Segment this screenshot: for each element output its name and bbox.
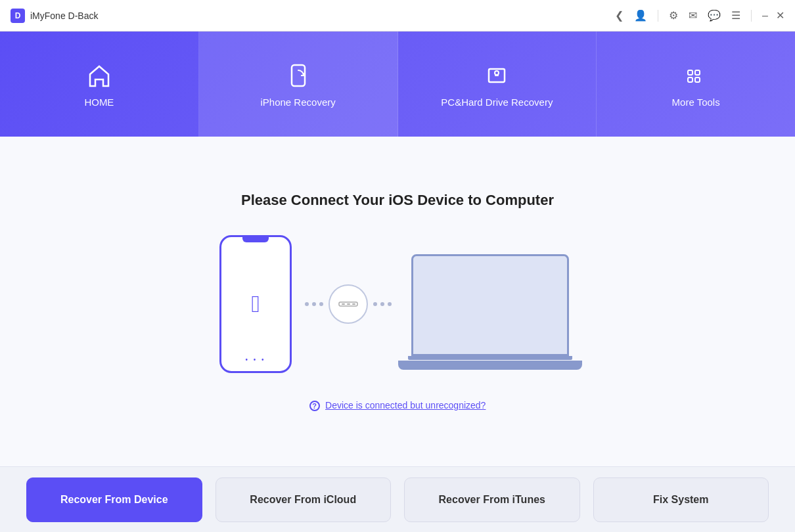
profile-icon[interactable]: 👤 (634, 9, 647, 22)
share-icon[interactable]: ❮ (615, 9, 624, 22)
separator2 (751, 10, 752, 22)
nav-item-more-tools[interactable]: More Tools (597, 32, 795, 137)
connect-title: Please Connect Your iOS Device to Comput… (241, 192, 554, 209)
dot (305, 302, 309, 306)
phone-notch (242, 237, 269, 242)
svg-rect-11 (352, 303, 355, 305)
phone-dots: • • • (245, 356, 265, 363)
svg-rect-4 (688, 70, 693, 75)
laptop-hinge (408, 356, 572, 360)
svg-rect-5 (695, 70, 700, 75)
tab-recover-itunes[interactable]: Recover From iTunes (404, 477, 580, 522)
nav-label-home: HOME (84, 97, 114, 108)
settings-icon[interactable]: ⚙ (669, 9, 678, 22)
key-icon (482, 61, 511, 90)
refresh-icon (284, 61, 313, 90)
grid-icon (681, 61, 710, 90)
dots-right (373, 302, 392, 306)
minimize-button[interactable]: – (762, 10, 768, 22)
dot (373, 302, 377, 306)
nav-bar: HOME iPhone Recovery PC&Hard Drive Recov… (0, 32, 795, 137)
home-icon (85, 61, 114, 90)
svg-rect-6 (688, 78, 693, 82)
nav-item-iphone-recovery[interactable]: iPhone Recovery (199, 32, 398, 137)
help-link[interactable]: Device is connected but unrecognized? (325, 400, 486, 410)
app-title: iMyFone D-Back (30, 11, 98, 21)
dot (388, 302, 392, 306)
nav-item-home[interactable]: HOME (0, 32, 199, 137)
window-controls: – ✕ (762, 9, 784, 22)
title-bar-left: D iMyFone D-Back (11, 9, 98, 23)
dots-left (305, 302, 323, 306)
phone-body:  • • • (219, 235, 292, 373)
illustration:  • • • (219, 235, 576, 373)
nav-label-iphone-recovery: iPhone Recovery (261, 97, 336, 108)
dot (380, 302, 384, 306)
tab-recover-device[interactable]: Recover From Device (26, 477, 202, 522)
svg-rect-10 (347, 303, 350, 305)
apple-logo:  (251, 290, 260, 318)
nav-label-pc-recovery: PC&Hard Drive Recovery (441, 97, 553, 108)
laptop-screen (411, 254, 569, 356)
nav-item-pc-recovery[interactable]: PC&Hard Drive Recovery (398, 32, 597, 137)
chat-icon[interactable]: 💬 (708, 9, 721, 22)
main-content: Please Connect Your iOS Device to Comput… (0, 137, 795, 466)
title-bar: D iMyFone D-Back ❮ 👤 ⚙ ✉ 💬 ☰ – ✕ (0, 0, 795, 32)
phone-illustration:  • • • (219, 235, 292, 373)
title-bar-right: ❮ 👤 ⚙ ✉ 💬 ☰ – ✕ (615, 9, 784, 22)
laptop-illustration (405, 238, 576, 370)
nav-label-more-tools: More Tools (672, 97, 720, 108)
laptop-base (398, 361, 582, 370)
menu-icon[interactable]: ☰ (731, 9, 740, 22)
dot (319, 302, 323, 306)
separator (658, 10, 658, 22)
svg-rect-3 (495, 75, 499, 76)
svg-rect-9 (342, 303, 345, 305)
close-button[interactable]: ✕ (776, 9, 784, 22)
mail-icon[interactable]: ✉ (689, 9, 697, 22)
tab-recover-icloud[interactable]: Recover From iCloud (216, 477, 392, 522)
usb-connector (329, 284, 368, 324)
dot (312, 302, 316, 306)
help-link-area[interactable]: ? Device is connected but unrecognized? (309, 399, 486, 411)
tab-fix-system[interactable]: Fix System (593, 477, 769, 522)
svg-point-2 (495, 71, 499, 75)
bottom-tabs: Recover From Device Recover From iCloud … (0, 466, 795, 532)
question-icon: ? (309, 401, 320, 411)
app-logo: D (11, 9, 25, 23)
usb-icon (338, 298, 359, 311)
connector-area (305, 284, 392, 324)
svg-rect-7 (695, 78, 700, 82)
